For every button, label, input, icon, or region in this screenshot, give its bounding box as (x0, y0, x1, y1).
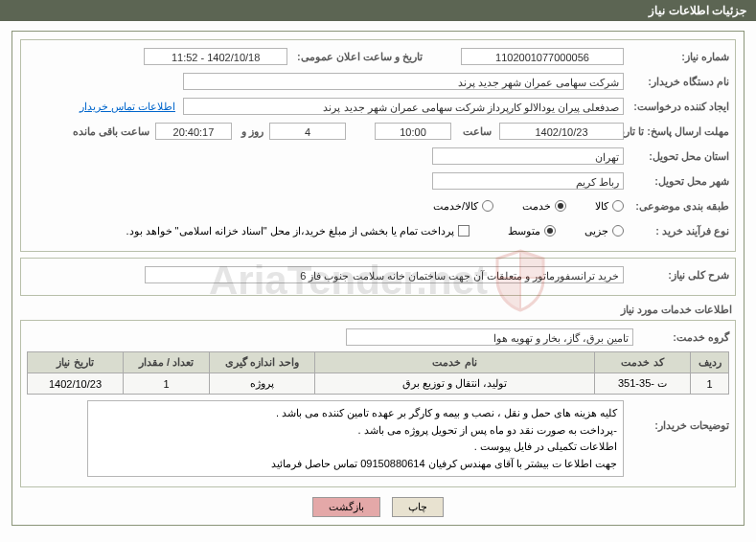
radio-both[interactable]: کالا/خدمت (433, 200, 493, 213)
deadline-label: مهلت ارسال پاسخ: تا تاریخ: (624, 125, 729, 138)
th-name: نام خدمت (315, 352, 595, 373)
cell-name: تولید، انتقال و توزیع برق (315, 373, 595, 395)
payment-note: پرداخت تمام یا بخشی از مبلغ خرید،از محل … (126, 225, 454, 237)
summary-text: خرید ترانسفورماتور و متعلقات آن جهت ساخت… (145, 266, 624, 283)
th-date: تاریخ نیاز (28, 352, 124, 373)
cell-code: ت -35-351 (595, 373, 691, 395)
back-button[interactable]: بازگشت (312, 497, 380, 517)
buyer-notes-box: کلیه هزینه های حمل و نقل ، نصب و بیمه و … (87, 400, 624, 477)
radio-icon (555, 200, 566, 212)
th-qty: تعداد / مقدار (124, 352, 210, 373)
deadline-date: 1402/10/23 (499, 123, 624, 140)
services-section-title: اطلاعات خدمات مورد نیاز (24, 304, 732, 316)
notes-line4: جهت اطلاعا ت بیشتر با آقای مهندس کرفیان … (94, 456, 617, 473)
radio-service[interactable]: خدمت (522, 200, 566, 213)
cell-date: 1402/10/23 (28, 373, 124, 395)
table-row: 1 ت -35-351 تولید، انتقال و توزیع برق پر… (28, 373, 729, 395)
radio-icon (482, 200, 493, 212)
buyer-notes-label: توضیحات خریدار: (624, 400, 729, 432)
notes-line3: اطلاعات تکمیلی در فایل پیوست . (94, 439, 617, 456)
category-label: طبقه بندی موضوعی: (624, 200, 729, 213)
th-code: کد خدمت (595, 352, 691, 373)
city-value: رباط کریم (432, 172, 624, 190)
cell-unit: پروژه (210, 373, 315, 395)
cat-goods-label: کالا (595, 200, 608, 213)
time-remain: 20:40:17 (155, 123, 232, 140)
summary-fieldset: شرح کلی نیاز: خرید ترانسفورماتور و متعلق… (20, 258, 736, 296)
radio-icon (612, 225, 624, 237)
days-remain: 4 (269, 123, 346, 140)
proc-minor-label: جزیی (584, 225, 608, 237)
radio-goods[interactable]: کالا (595, 200, 624, 213)
need-no-label: شماره نیاز: (624, 51, 729, 63)
cell-qty: 1 (124, 373, 210, 395)
notes-line2: -پرداخت به صورت نقد دو ماه پس از تحویل پ… (94, 422, 617, 440)
city-label: شهر محل تحویل: (624, 175, 729, 188)
province-value: تهران (432, 147, 624, 165)
buyer-org-value: شرکت سهامی عمران شهر جدید پرند (183, 73, 624, 90)
title-bar: جزئیات اطلاعات نیاز (0, 0, 756, 21)
notes-line1: کلیه هزینه های حمل و نقل ، نصب و بیمه و … (94, 405, 617, 422)
province-label: استان محل تحویل: (624, 150, 729, 163)
announce-date-value: 1402/10/18 - 11:52 (144, 48, 287, 65)
cat-service-label: خدمت (522, 200, 551, 213)
header-fieldset: شماره نیاز: 1102001077000056 تاریخ و ساع… (20, 39, 736, 252)
proc-medium-label: متوسط (508, 225, 540, 237)
radio-icon (612, 200, 624, 212)
radio-minor[interactable]: جزیی (584, 225, 624, 237)
radio-icon (544, 225, 556, 237)
time-label: ساعت (459, 125, 492, 138)
services-fieldset: گروه خدمت: تامین برق، گاز، بخار و تهویه … (20, 320, 736, 487)
process-label: نوع فرآیند خرید : (624, 225, 729, 237)
group-text: تامین برق، گاز، بخار و تهویه هوا (346, 328, 633, 346)
print-button[interactable]: چاپ (392, 497, 444, 517)
requester-value: صدفعلی پیران یودالالو کارپرداز شرکت سهام… (183, 98, 624, 115)
summary-label: شرح کلی نیاز: (624, 269, 729, 282)
announce-date-label: تاریخ و ساعت اعلان عمومی: (293, 51, 423, 63)
buyer-contact-link[interactable]: اطلاعات تماس خریدار (80, 101, 175, 113)
checkbox-icon (458, 225, 470, 237)
th-unit: واحد اندازه گیری (210, 352, 315, 373)
need-no-value: 1102001077000056 (461, 48, 624, 65)
main-panel: شماره نیاز: 1102001077000056 تاریخ و ساع… (11, 31, 745, 526)
th-row: ردیف (691, 352, 729, 373)
days-remain-label: روز و (238, 125, 263, 138)
cell-row: 1 (691, 373, 729, 395)
payment-checkbox-group[interactable]: پرداخت تمام یا بخشی از مبلغ خرید،از محل … (126, 225, 470, 237)
services-table: ردیف کد خدمت نام خدمت واحد اندازه گیری ت… (27, 351, 729, 395)
time-remain-label: ساعت باقی مانده (69, 125, 149, 138)
cat-both-label: کالا/خدمت (433, 200, 478, 213)
button-bar: چاپ بازگشت (20, 497, 736, 517)
group-label: گروه خدمت: (633, 331, 729, 344)
deadline-time: 10:00 (375, 123, 451, 140)
radio-medium[interactable]: متوسط (508, 225, 556, 237)
requester-label: ایجاد کننده درخواست: (624, 101, 729, 113)
buyer-org-label: نام دستگاه خریدار: (624, 76, 729, 88)
